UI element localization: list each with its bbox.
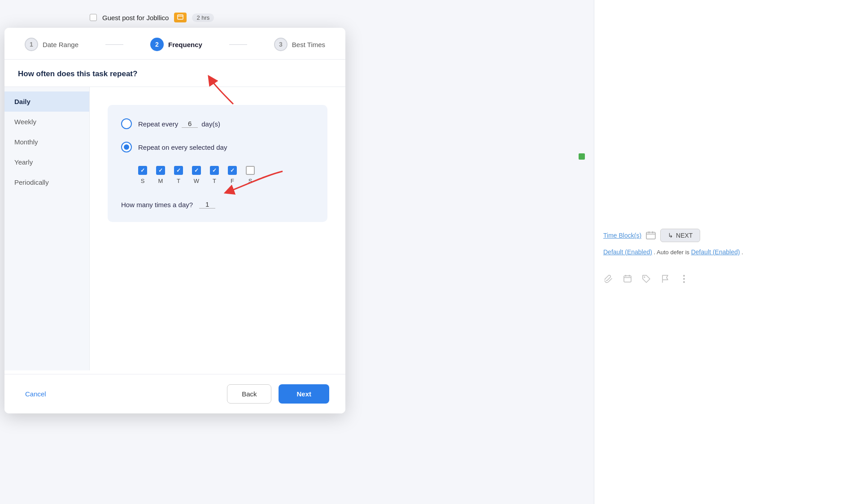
sidebar-weekly-label: Weekly: [14, 118, 36, 126]
day-friday-checkbox[interactable]: [228, 166, 237, 175]
day-saturday-checkbox[interactable]: [246, 166, 255, 175]
step-2-label: Frequency: [168, 41, 202, 48]
sidebar-item-periodically[interactable]: Periodically: [4, 172, 89, 192]
modal-footer: Cancel Back Next: [4, 374, 345, 413]
attachment-icon[interactable]: [603, 274, 614, 284]
calendar2-icon[interactable]: [622, 274, 633, 284]
day-col-f: F: [228, 166, 237, 184]
times-a-day-input[interactable]: [199, 200, 215, 209]
repeat-every-radio[interactable]: [121, 118, 132, 129]
sidebar-periodically-label: Periodically: [14, 178, 49, 186]
step-1-label: Date Range: [43, 41, 78, 48]
day-col-m: M: [156, 166, 165, 184]
sidebar-monthly-label: Monthly: [14, 138, 38, 146]
repeat-every-label: Repeat every: [138, 120, 178, 128]
day-wednesday-label: W: [194, 178, 199, 184]
modal-body: Daily Weekly Monthly Yearly Periodically: [4, 87, 345, 370]
times-a-day-label: How many times a day?: [121, 201, 193, 209]
next-button[interactable]: Next: [279, 384, 329, 404]
footer-right-buttons: Back Next: [227, 384, 329, 404]
repeat-on-radio[interactable]: [121, 142, 132, 152]
task-bar: Guest post for Jobllico 2 hrs: [90, 13, 214, 22]
more-icon[interactable]: [679, 274, 689, 284]
step-3-label: Best Times: [292, 41, 325, 48]
step-divider-1: [105, 44, 123, 45]
repeat-on-option: Repeat on every selected day S M: [121, 142, 314, 184]
frequency-sidebar: Daily Weekly Monthly Yearly Periodically: [4, 87, 90, 370]
sidebar-item-weekly[interactable]: Weekly: [4, 112, 89, 132]
day-col-t1: T: [174, 166, 183, 184]
repeat-every-unit: day(s): [201, 120, 220, 128]
day-col-t2: T: [210, 166, 219, 184]
step-3-circle: 3: [274, 38, 288, 51]
day-tuesday-label: T: [177, 178, 180, 184]
task-icon: [174, 13, 187, 22]
sidebar-item-yearly[interactable]: Yearly: [4, 152, 89, 172]
default-enabled-link-2[interactable]: Default (Enabled): [691, 248, 740, 256]
sidebar-daily-label: Daily: [14, 98, 30, 105]
frequency-content: Repeat every day(s) Repeat on every sele…: [108, 105, 327, 222]
repeat-every-input[interactable]: [182, 120, 198, 128]
question-text: How often does this task repeat?: [18, 70, 137, 78]
svg-rect-6: [624, 276, 631, 282]
day-thursday-label: T: [213, 178, 216, 184]
cancel-button[interactable]: Cancel: [21, 386, 51, 402]
time-block-link[interactable]: Time Block(s): [603, 232, 641, 239]
status-dot: [579, 153, 585, 160]
flag-icon[interactable]: [660, 274, 671, 284]
step-1-number: 1: [30, 41, 33, 48]
sidebar-yearly-label: Yearly: [14, 158, 33, 166]
day-saturday-label: S: [248, 178, 253, 184]
step-1-circle: 1: [25, 38, 38, 51]
step-divider-2: [229, 44, 247, 45]
repeat-on-row: Repeat on every selected day: [121, 142, 227, 152]
repeat-every-option: Repeat every day(s): [121, 118, 314, 129]
task-duration: 2 hrs: [192, 13, 214, 22]
step-2-number: 2: [155, 41, 159, 48]
step-2[interactable]: 2 Frequency: [150, 38, 202, 51]
right-panel: Time Block(s) ↳ NEXT Default (Enabled) .…: [594, 0, 854, 504]
day-col-s1: S: [138, 166, 147, 184]
step-1[interactable]: 1 Date Range: [25, 38, 78, 51]
repeat-on-label: Repeat on every selected day: [138, 143, 227, 151]
svg-rect-2: [646, 232, 655, 239]
day-sunday-label: S: [141, 178, 145, 184]
day-col-w: W: [192, 166, 201, 184]
day-checkboxes: S M T W: [138, 166, 255, 184]
day-friday-label: F: [231, 178, 234, 184]
day-monday-checkbox[interactable]: [156, 166, 165, 175]
day-wednesday-checkbox[interactable]: [192, 166, 201, 175]
auto-defer-text: Default (Enabled) . Auto defer is Defaul…: [594, 248, 854, 256]
svg-point-12: [683, 278, 685, 280]
sidebar-item-daily[interactable]: Daily: [4, 91, 89, 112]
times-a-day-row: How many times a day?: [121, 200, 314, 209]
day-sunday-checkbox[interactable]: [138, 166, 147, 175]
default-enabled-link-1[interactable]: Default (Enabled): [603, 248, 652, 256]
task-title: Guest post for Jobllico: [102, 14, 169, 22]
svg-point-11: [683, 275, 685, 277]
svg-point-13: [683, 281, 685, 283]
step-3-number: 3: [279, 41, 283, 48]
day-tuesday-checkbox[interactable]: [174, 166, 183, 175]
step-3[interactable]: 3 Best Times: [274, 38, 325, 51]
svg-rect-0: [178, 15, 183, 19]
tag-icon[interactable]: [641, 274, 652, 284]
question-header: How often does this task repeat?: [4, 60, 345, 87]
task-checkbox[interactable]: [90, 14, 97, 21]
day-monday-label: M: [158, 178, 163, 184]
back-button[interactable]: Back: [227, 384, 271, 404]
time-block-row: Time Block(s) ↳ NEXT: [594, 229, 854, 242]
repeat-every-text: Repeat every day(s): [138, 120, 220, 128]
action-icon-row: [594, 274, 854, 284]
defer-text: . Auto defer is: [654, 249, 691, 256]
step-header: 1 Date Range 2 Frequency 3 Best Times: [4, 28, 345, 60]
sidebar-item-monthly[interactable]: Monthly: [4, 132, 89, 152]
next-arrow-icon: ↳: [668, 232, 673, 239]
svg-point-10: [644, 277, 645, 278]
next-small-button[interactable]: ↳ NEXT: [660, 229, 700, 242]
next-small-label: NEXT: [676, 232, 693, 239]
day-thursday-checkbox[interactable]: [210, 166, 219, 175]
day-col-s2: S: [246, 166, 255, 184]
modal: 1 Date Range 2 Frequency 3 Best Times Ho…: [4, 28, 345, 413]
calendar-icon: [646, 231, 656, 239]
